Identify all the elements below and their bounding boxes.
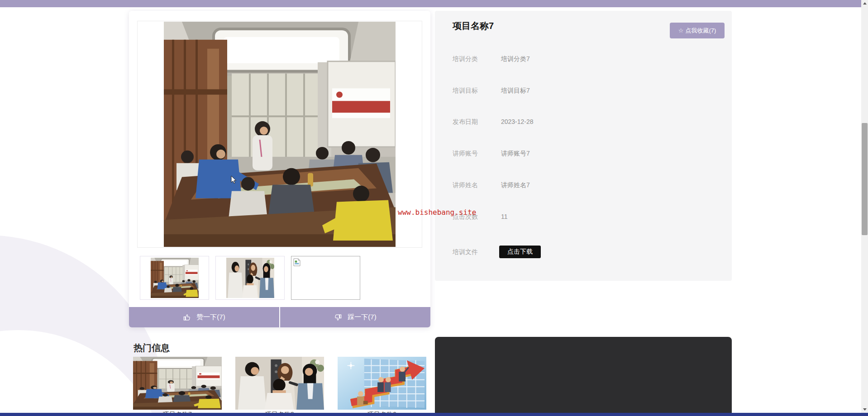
scroll-down-icon[interactable]: [861, 406, 868, 413]
hot-item-3-image: [338, 357, 426, 410]
like-button[interactable]: 赞一下(7): [129, 307, 279, 327]
hot-item-3[interactable]: 项目名称6: [338, 357, 426, 416]
star-icon: ☆: [678, 27, 684, 34]
watermark: www.bishebang.site: [398, 208, 476, 217]
hot-item-2-image: [235, 357, 324, 410]
hot-item-2[interactable]: 项目名称8: [235, 357, 324, 416]
thumbnail-3[interactable]: [291, 256, 360, 300]
detail-row-date: 发布日期 2023-12-28: [453, 118, 534, 126]
thumbnail-strip: [140, 256, 420, 300]
favorite-button[interactable]: ☆ 点我收藏(7): [670, 23, 725, 38]
detail-row-goal: 培训目标 培训目标7: [453, 86, 530, 95]
project-title: 项目名称7: [453, 20, 494, 32]
main-image-frame: [137, 21, 422, 248]
scrollbar[interactable]: [861, 0, 868, 413]
detail-value: 讲师姓名7: [501, 181, 530, 189]
detail-value: 11: [501, 213, 508, 220]
detail-row-lecturer-account: 讲师账号 讲师账号7: [453, 149, 530, 157]
thumbnail-1[interactable]: [140, 256, 209, 300]
detail-row-category: 培训分类 培训分类7: [453, 55, 530, 63]
details-panel: 项目名称7 ☆ 点我收藏(7) 培训分类 培训分类7 培训目标 培训目标7 发布…: [435, 11, 732, 281]
hot-item-1[interactable]: 项目名称7: [133, 357, 222, 416]
page: 赞一下(7) 踩一下(7) 项目名称7 ☆ 点我收藏(7) 培训分类 培训分类7…: [0, 0, 868, 416]
dislike-button[interactable]: 踩一下(7): [280, 307, 430, 327]
detail-row-file: 培训文件 点击下载: [453, 244, 541, 260]
scroll-up-icon[interactable]: [861, 0, 868, 7]
vote-row: 赞一下(7) 踩一下(7): [129, 307, 430, 327]
hot-section-heading: 热门信息: [134, 342, 170, 354]
scroll-thumb[interactable]: [862, 123, 868, 235]
thumbnail-1-image: [151, 258, 199, 298]
detail-row-lecturer-name: 讲师姓名 讲师姓名7: [453, 181, 530, 189]
broken-image-icon: [293, 258, 301, 266]
favorite-label: 点我收藏(7): [685, 27, 716, 35]
detail-value: 2023-12-28: [501, 118, 534, 125]
detail-value: 讲师账号7: [501, 150, 530, 157]
gallery-card: 赞一下(7) 踩一下(7): [129, 11, 430, 327]
download-button[interactable]: 点击下载: [499, 246, 541, 258]
detail-value: 培训目标7: [501, 87, 530, 94]
main-photo: [164, 22, 396, 247]
detail-label: 培训文件: [453, 244, 499, 260]
hot-item-1-image: [133, 357, 222, 410]
thumbs-up-icon: [183, 313, 191, 321]
detail-label: 培训目标: [453, 86, 499, 95]
thumbnail-2[interactable]: [215, 256, 285, 300]
like-label: 赞一下(7): [196, 313, 225, 321]
detail-label: 讲师账号: [453, 149, 499, 157]
thumbs-down-icon: [334, 313, 342, 321]
detail-label: 发布日期: [453, 118, 499, 126]
detail-label: 讲师姓名: [453, 181, 499, 189]
dislike-label: 踩一下(7): [348, 313, 376, 321]
comments-panel: [435, 337, 732, 416]
detail-label: 培训分类: [453, 55, 499, 63]
detail-value: 培训分类7: [501, 55, 530, 62]
thumbnail-2-image: [226, 258, 274, 298]
footer-bar: [0, 413, 868, 416]
top-bar: [0, 0, 861, 7]
